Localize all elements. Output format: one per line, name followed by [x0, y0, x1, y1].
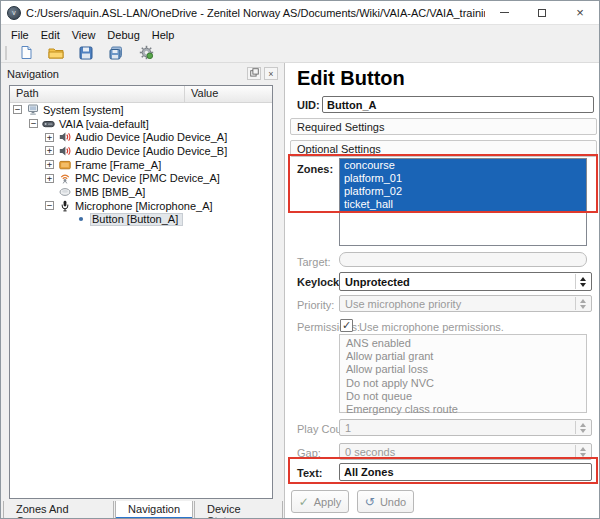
dock-close-icon: × — [268, 69, 273, 79]
maximize-icon — [538, 9, 546, 17]
float-icon — [250, 68, 259, 79]
microphone-icon — [58, 200, 71, 212]
priority-combo: Use microphone priority — [339, 295, 592, 312]
spinner-arrows-icon — [575, 445, 590, 458]
audio-device-icon — [58, 131, 71, 143]
spinner-arrows-icon — [575, 421, 590, 434]
menu-item[interactable]: View — [66, 27, 102, 43]
undo-icon: ↺ — [365, 496, 375, 508]
tree-row[interactable]: − System [system] — [10, 103, 272, 117]
window-controls: × — [485, 1, 599, 24]
bottom-tab[interactable]: Device Status — [194, 501, 283, 519]
play-count-spinner: 1 — [339, 419, 592, 436]
zones-list[interactable]: concourseplatform_01platform_02ticket_ha… — [339, 158, 587, 246]
tree-row[interactable]: − Microphone [Microphone_A] — [10, 199, 272, 213]
permission-option: ANS enabled — [340, 337, 586, 350]
column-header-path[interactable]: Path — [10, 86, 185, 102]
uid-label: UID: — [297, 99, 320, 111]
vaia-device-icon — [42, 118, 55, 130]
menu-item[interactable]: File — [5, 27, 35, 43]
spinner-arrows-icon — [575, 297, 590, 310]
permission-option: Allow partial grant — [340, 350, 586, 363]
zone-item[interactable]: platform_01 — [340, 172, 586, 185]
permissions-list: ANS enabledAllow partial grantAllow part… — [339, 334, 587, 413]
expander-icon[interactable]: + — [45, 160, 54, 169]
required-settings-header[interactable]: Required Settings — [290, 118, 597, 135]
settings-button[interactable] — [133, 44, 159, 62]
permission-option: Do not queue — [340, 390, 586, 403]
permissions-checkbox-label: Use microphone permissions. — [359, 321, 504, 333]
dock-title: Navigation — [7, 68, 244, 80]
navigation-dock: Navigation × Path Value − System [system… — [1, 63, 284, 519]
close-button[interactable]: × — [561, 1, 599, 24]
keylock-combo[interactable]: Unprotected — [339, 272, 592, 291]
tree-row[interactable]: Button [Button_A] — [10, 213, 272, 227]
uid-input[interactable]: Button_A — [322, 96, 594, 113]
audio-device-icon — [58, 145, 71, 157]
dock-header: Navigation × — [1, 63, 284, 84]
maximize-button[interactable] — [523, 1, 561, 24]
permission-option: Emergency class route — [340, 403, 586, 416]
menu-item[interactable]: Debug — [101, 27, 145, 43]
text-label: Text: — [297, 467, 322, 479]
gap-spinner: 0 seconds — [339, 443, 592, 460]
dock-close-button[interactable]: × — [264, 67, 278, 80]
expander-icon[interactable]: + — [45, 146, 54, 155]
save-copy-icon — [109, 46, 123, 60]
bottom-tab[interactable]: Navigation — [115, 501, 193, 519]
zone-item[interactable]: concourse — [340, 159, 586, 172]
optional-settings-header[interactable]: Optional Settings — [290, 140, 597, 157]
menu-bar: FileEditViewDebugHelp — [1, 26, 599, 43]
tree-row[interactable]: + Frame [Frame_A] — [10, 158, 272, 172]
menu-item[interactable]: Help — [146, 27, 181, 43]
close-icon: × — [576, 6, 584, 20]
expander-icon[interactable]: − — [45, 201, 54, 210]
save-as-button[interactable] — [103, 44, 129, 62]
permissions-checkbox[interactable]: ✓ — [340, 319, 353, 332]
dock-float-button[interactable] — [247, 67, 261, 80]
expander-icon[interactable]: − — [29, 119, 38, 128]
permission-option: Allow partial loss — [340, 363, 586, 376]
save-icon — [79, 46, 93, 60]
column-header-value[interactable]: Value — [185, 86, 272, 102]
menu-item[interactable]: Edit — [35, 27, 66, 43]
expander-icon[interactable]: − — [13, 105, 22, 114]
gap-label: Gap: — [297, 447, 321, 459]
spinner-arrows-icon[interactable] — [575, 274, 590, 289]
button-bullet-icon — [74, 213, 87, 225]
open-folder-icon — [48, 46, 64, 60]
settings-gear-icon — [139, 45, 154, 60]
navigation-tree: Path Value − System [system] − VAIA [vai… — [9, 85, 273, 499]
text-input[interactable]: All Zones — [339, 463, 592, 481]
bottom-tab[interactable]: Zones And Groups — [3, 501, 114, 519]
title-bar: V C:/Users/aquin.ASL-LAN/OneDrive - Zeni… — [1, 1, 599, 25]
save-button[interactable] — [73, 44, 99, 62]
priority-label: Priority: — [297, 299, 334, 311]
tree-row[interactable]: + PMC Device [PMC Device_A] — [10, 171, 272, 185]
bmb-disc-icon — [58, 186, 71, 198]
zones-label: Zones: — [297, 163, 333, 175]
undo-button[interactable]: ↺ Undo — [357, 490, 414, 513]
minimize-icon — [500, 12, 509, 13]
tree-row[interactable]: + Audio Device [Audio Device_A] — [10, 130, 272, 144]
zone-item[interactable]: platform_02 — [340, 185, 586, 198]
toolbar-handle[interactable] — [5, 46, 7, 60]
target-label: Target: — [297, 256, 331, 268]
new-file-button[interactable] — [13, 44, 39, 62]
page-title: Edit Button — [297, 67, 405, 90]
toolbar — [1, 43, 599, 63]
new-file-icon — [19, 45, 34, 60]
minimize-button[interactable] — [485, 1, 523, 24]
tree-row[interactable]: + Audio Device [Audio Device_B] — [10, 144, 272, 158]
zone-item[interactable]: ticket_hall — [340, 198, 586, 211]
apply-button[interactable]: ✓ Apply — [291, 490, 349, 513]
tree-header: Path Value — [10, 86, 272, 103]
bottom-tabs: Zones And GroupsNavigationDevice Status — [3, 501, 284, 519]
open-file-button[interactable] — [43, 44, 69, 62]
pmc-antenna-icon — [58, 172, 71, 184]
expander-icon[interactable]: + — [45, 174, 54, 183]
expander-icon[interactable]: + — [45, 133, 54, 142]
permission-option: Do not apply NVC — [340, 377, 586, 390]
tree-row[interactable]: BMB [BMB_A] — [10, 185, 272, 199]
tree-row[interactable]: − VAIA [vaia-default] — [10, 117, 272, 131]
